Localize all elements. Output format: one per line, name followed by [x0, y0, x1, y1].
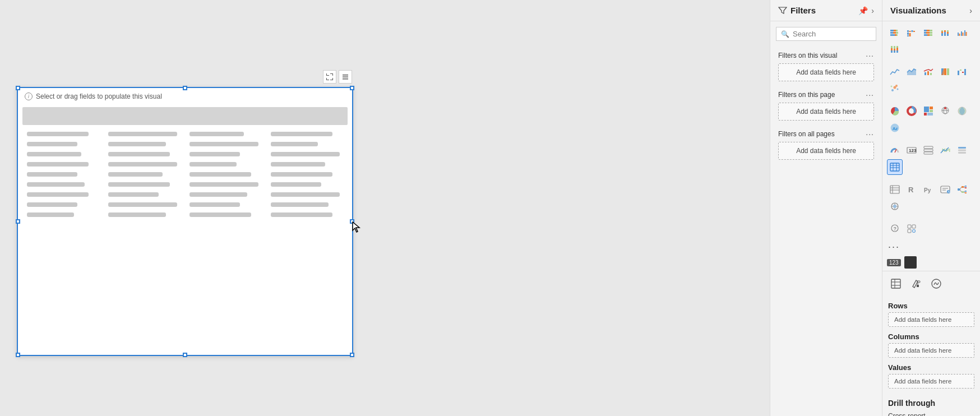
skeleton-line — [27, 182, 85, 187]
skeleton-line — [189, 192, 247, 197]
table-skeleton — [22, 107, 348, 217]
viz-col-chart-btn[interactable] — [937, 25, 953, 40]
svg-rect-56 — [894, 49, 895, 50]
focus-mode-btn[interactable] — [323, 70, 336, 84]
viz-values-label: Values — [888, 363, 974, 372]
svg-rect-62 — [927, 71, 929, 75]
svg-rect-36 — [930, 34, 932, 36]
svg-rect-135 — [912, 225, 916, 228]
svg-rect-21 — [909, 31, 911, 32]
svg-text:Az: Az — [893, 126, 898, 131]
viz-ribbon-btn[interactable] — [937, 64, 953, 80]
skeleton-line — [108, 192, 159, 197]
viz-icons-grid-4: 123 KPI — [882, 139, 980, 178]
filter-section-more-all[interactable]: ··· — [866, 130, 874, 138]
viz-expand-btn[interactable]: › — [969, 6, 972, 15]
filters-search-input[interactable] — [793, 30, 871, 38]
svg-rect-121 — [965, 192, 967, 193]
svg-rect-41 — [944, 30, 946, 32]
viz-pie-btn[interactable] — [887, 103, 903, 119]
color-scale-icon[interactable] — [904, 256, 917, 269]
filter-section-more-page[interactable]: ··· — [866, 90, 874, 99]
viz-smart-narrative-btn[interactable]: AI — [937, 182, 953, 197]
add-fields-visual-btn[interactable]: Add data fields here — [778, 63, 874, 81]
viz-treemap-btn[interactable] — [921, 103, 936, 119]
viz-map-btn[interactable] — [937, 103, 953, 119]
svg-rect-48 — [963, 33, 964, 36]
table-header-row — [22, 107, 348, 125]
viz-waterfall-btn[interactable] — [954, 64, 970, 80]
viz-line-cluster-btn[interactable] — [921, 64, 936, 80]
viz-100pct-bar-btn[interactable] — [921, 25, 936, 40]
svg-rect-97 — [890, 163, 899, 171]
viz-qa-btn[interactable]: ? — [887, 221, 903, 237]
viz-py-visual-btn[interactable]: Py — [921, 182, 936, 197]
skeleton-line — [271, 202, 329, 207]
filters-header-actions: 📌 › — [858, 6, 874, 15]
viz-analytics-tab-btn[interactable] — [927, 275, 945, 293]
filter-icon — [778, 6, 787, 15]
viz-more-visuals-btn[interactable] — [904, 221, 919, 237]
viz-rows-add-btn[interactable]: Add data fields here — [888, 312, 974, 327]
svg-rect-31 — [924, 32, 926, 34]
viz-gauge-btn[interactable] — [887, 142, 903, 158]
viz-donut-btn[interactable] — [904, 103, 919, 119]
viz-area-chart-btn[interactable] — [904, 64, 919, 80]
skeleton-line — [271, 152, 340, 156]
viz-azure-map-btn[interactable]: Az — [887, 120, 903, 136]
skeleton-line — [27, 162, 89, 167]
resize-handle-bm[interactable] — [183, 353, 187, 357]
viz-more-dots[interactable]: ··· — [882, 240, 980, 254]
viz-100pct-col-btn[interactable] — [887, 41, 903, 57]
visual-widget[interactable]: i Select or drag fields to populate this… — [17, 87, 353, 356]
info-icon: i — [25, 93, 33, 100]
svg-rect-61 — [924, 72, 926, 75]
viz-stacked-bar-btn[interactable] — [887, 25, 903, 40]
resize-handle-bl[interactable] — [16, 353, 20, 357]
viz-key-influencer-btn[interactable] — [887, 198, 903, 214]
viz-matrix-btn[interactable] — [887, 182, 903, 197]
viz-grouped-col-btn[interactable] — [954, 25, 970, 40]
add-fields-all-btn[interactable]: Add data fields here — [778, 142, 874, 160]
svg-rect-38 — [941, 31, 943, 33]
viz-fields-tab-btn[interactable] — [887, 275, 905, 293]
resize-handle-tm[interactable] — [183, 86, 187, 90]
viz-table-btn[interactable] — [887, 159, 903, 175]
svg-rect-10 — [343, 78, 348, 80]
resize-handle-tr[interactable] — [350, 86, 354, 90]
cross-report-label: Cross-report — [888, 412, 974, 416]
viz-slicer-btn[interactable] — [954, 142, 970, 158]
viz-filled-map-btn[interactable] — [954, 103, 970, 119]
svg-rect-12 — [894, 30, 896, 31]
skeleton-line — [27, 212, 74, 217]
svg-rect-18 — [895, 34, 896, 36]
viz-line-chart-btn[interactable] — [887, 64, 903, 80]
svg-rect-28 — [924, 30, 927, 31]
filter-section-more-visual[interactable]: ··· — [866, 51, 874, 60]
resize-handle-mr[interactable] — [350, 219, 354, 224]
svg-rect-52 — [891, 46, 893, 48]
filters-search-box[interactable]: 🔍 — [776, 27, 876, 41]
resize-handle-ml[interactable] — [16, 219, 20, 224]
viz-values-add-btn[interactable]: Add data fields here — [888, 374, 974, 389]
add-fields-page-btn[interactable]: Add data fields here — [778, 103, 874, 121]
viz-card-btn[interactable]: 123 — [904, 142, 919, 158]
viz-grouped-bar-btn[interactable] — [904, 25, 919, 40]
viz-decomp-tree-btn[interactable] — [954, 182, 970, 197]
resize-handle-br[interactable] — [350, 353, 354, 357]
viz-columns-add-btn[interactable]: Add data fields here — [888, 343, 974, 358]
filters-pin-btn[interactable]: 📌 — [858, 6, 868, 15]
viz-multirow-card-btn[interactable] — [921, 142, 936, 158]
right-panels: Filters 📌 › 🔍 Filters on this visual ···… — [770, 0, 980, 416]
viz-scatter-btn[interactable] — [887, 81, 903, 96]
visual-content — [18, 105, 352, 219]
more-options-btn[interactable] — [339, 70, 352, 84]
resize-handle-tl[interactable] — [16, 86, 20, 90]
viz-kpi-btn[interactable]: KPI — [937, 142, 953, 158]
viz-r-visual-btn[interactable]: R — [904, 182, 919, 197]
filters-expand-btn[interactable]: › — [871, 6, 874, 15]
viz-format-tab-btn[interactable] — [907, 275, 925, 293]
skeleton-line — [271, 172, 332, 177]
svg-rect-66 — [962, 72, 964, 73]
table-col-3 — [185, 126, 266, 217]
